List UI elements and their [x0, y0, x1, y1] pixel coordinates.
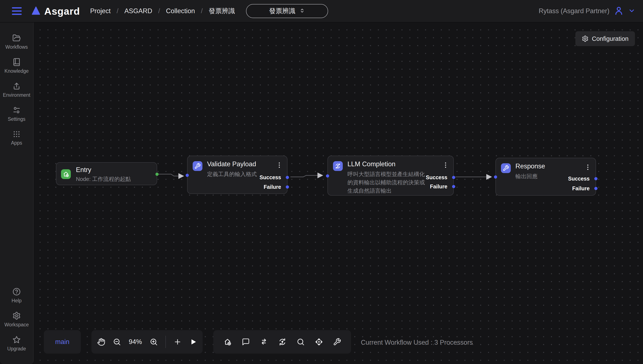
- breadcrumb-item-project[interactable]: Project: [90, 7, 110, 15]
- input-port[interactable]: [186, 174, 189, 177]
- output-label-success: Success: [426, 174, 448, 180]
- output-port-failure[interactable]: [452, 185, 455, 188]
- comment-icon[interactable]: [242, 338, 250, 346]
- output-port-success[interactable]: [452, 176, 455, 179]
- sidebar-label: Settings: [8, 116, 25, 122]
- star-icon: [12, 336, 21, 344]
- node-subtitle: 定義工具的輸入格式: [207, 170, 257, 178]
- workflow-select-value: 發票辨識: [269, 6, 295, 16]
- sidebar-item-help[interactable]: Help: [0, 284, 33, 308]
- logo-triangle-icon: [31, 6, 41, 16]
- breadcrumb-item-workflow[interactable]: 發票辨識: [208, 6, 235, 16]
- book-icon: [12, 58, 21, 66]
- house-plus-icon: [61, 169, 71, 179]
- input-port[interactable]: [326, 174, 329, 178]
- output-port-success[interactable]: [286, 176, 289, 179]
- menu-icon[interactable]: [12, 6, 22, 16]
- output-label-failure: Failure: [572, 186, 590, 191]
- sidebar-label: Knowledge: [4, 68, 29, 74]
- input-port[interactable]: [494, 176, 497, 178]
- node-menu-kebab-icon[interactable]: [443, 161, 448, 169]
- user-area[interactable]: Rytass (Asgard Partner): [539, 6, 636, 16]
- breadcrumb-item-asgard[interactable]: ASGARD: [124, 7, 152, 15]
- add-icon[interactable]: [174, 338, 182, 346]
- brand: Asgard: [31, 5, 80, 17]
- branch-button[interactable]: main: [44, 330, 81, 354]
- toolbar-divider: [166, 336, 166, 348]
- llm-node-icon[interactable]: [278, 338, 287, 346]
- breadcrumb-item-collection[interactable]: Collection: [166, 7, 195, 15]
- output-label-success: Success: [260, 174, 281, 180]
- sidebar-item-settings[interactable]: Settings: [0, 102, 33, 126]
- node-subtitle: 呼叫大型語言模型並產生結構化的資料輸出以輔助流程的決策或生成自然語言輸出: [348, 170, 429, 195]
- search-icon[interactable]: [296, 338, 305, 346]
- output-port-failure[interactable]: [594, 187, 598, 190]
- output-port-failure[interactable]: [286, 186, 289, 188]
- configuration-label: Configuration: [592, 35, 629, 42]
- sidebar-item-apps[interactable]: Apps: [0, 126, 33, 150]
- node-validate-payload[interactable]: Validate Payload 定義工具的輸入格式 Success Failu…: [187, 156, 288, 194]
- output-port-success[interactable]: [594, 177, 598, 180]
- edge-validate-to-llm: [290, 176, 322, 177]
- breadcrumb: Project / ASGARD / Collection / 發票辨識: [90, 6, 235, 16]
- output-label-success: Success: [568, 176, 590, 182]
- sidebar-item-knowledge[interactable]: Knowledge: [0, 54, 33, 78]
- sidebar-label: Environment: [3, 92, 30, 98]
- sidebar-label: Workspace: [4, 322, 29, 328]
- folder-open-icon: [12, 34, 21, 42]
- breadcrumb-separator: /: [158, 7, 160, 15]
- zoom-toolbar: 94%: [92, 330, 203, 354]
- node-title: Validate Payload: [207, 160, 256, 168]
- top-bar: Asgard Project / ASGARD / Collection / 發…: [0, 0, 643, 22]
- node-menu-kebab-icon[interactable]: [276, 161, 282, 169]
- node-title: LLM Completion: [348, 160, 396, 168]
- output-label-failure: Failure: [430, 184, 448, 190]
- user-icon[interactable]: [614, 6, 624, 16]
- configuration-button[interactable]: Configuration: [576, 31, 635, 46]
- gear-icon: [12, 312, 21, 320]
- workflow-canvas[interactable]: Configuration Entry Node: 工作流程的起點: [34, 22, 643, 364]
- output-port[interactable]: [156, 173, 158, 176]
- workflow-usage-status: Current Workflow Used : 3 Processors: [361, 339, 473, 346]
- apps-grid-icon: [12, 130, 21, 138]
- workflow-select[interactable]: 發票辨識: [246, 4, 328, 18]
- app-window: Asgard Project / ASGARD / Collection / 發…: [0, 0, 643, 364]
- chevron-up-down-icon: [299, 8, 305, 15]
- sidebar-item-environment[interactable]: Environment: [0, 78, 33, 102]
- wrench-icon: [501, 163, 511, 173]
- user-label: Rytass (Asgard Partner): [539, 7, 610, 15]
- node-palette-toolbar: [213, 330, 351, 354]
- node-response[interactable]: Response 輸出回應 Success Failure: [496, 158, 596, 196]
- upload-icon: [12, 82, 21, 90]
- zoom-out-icon[interactable]: [113, 338, 121, 346]
- sidebar-item-workflows[interactable]: Workflows: [0, 30, 33, 54]
- node-entry[interactable]: Entry Node: 工作流程的起點: [56, 162, 157, 185]
- zoom-in-icon[interactable]: [150, 338, 158, 346]
- edge-entry-to-validate: [158, 174, 183, 176]
- chevron-down-icon[interactable]: [628, 7, 635, 15]
- branch-label: main: [55, 338, 69, 346]
- sidebar-item-workspace[interactable]: Workspace: [0, 308, 33, 332]
- wrench-icon: [193, 161, 202, 171]
- gear-icon: [582, 35, 588, 42]
- swap-arrows-icon[interactable]: [260, 338, 268, 346]
- node-menu-kebab-icon[interactable]: [585, 163, 590, 171]
- sliders-icon: [12, 106, 21, 114]
- tool-wrench-icon[interactable]: [333, 338, 341, 346]
- node-subtitle: 輸出回應: [516, 172, 538, 180]
- node-llm-completion[interactable]: LLM Completion 呼叫大型語言模型並產生結構化的資料輸出以輔助流程的…: [328, 156, 454, 196]
- node-title: Response: [516, 162, 545, 170]
- brand-name: Asgard: [44, 5, 80, 17]
- llm-refresh-icon: [333, 161, 343, 171]
- move-steps-icon[interactable]: [315, 338, 323, 346]
- breadcrumb-separator: /: [201, 7, 203, 15]
- sidebar-item-upgrade[interactable]: Upgrade: [0, 332, 33, 356]
- sidebar: Workflows Knowledge Environment Settings: [0, 22, 34, 364]
- sidebar-label: Apps: [11, 140, 22, 146]
- pan-hand-icon[interactable]: [97, 338, 105, 346]
- sidebar-label: Upgrade: [7, 346, 26, 352]
- run-icon[interactable]: [189, 338, 197, 346]
- help-circle-icon: [12, 288, 21, 296]
- entry-node-icon[interactable]: [223, 338, 232, 346]
- node-subtitle: Node: 工作流程的起點: [76, 175, 131, 183]
